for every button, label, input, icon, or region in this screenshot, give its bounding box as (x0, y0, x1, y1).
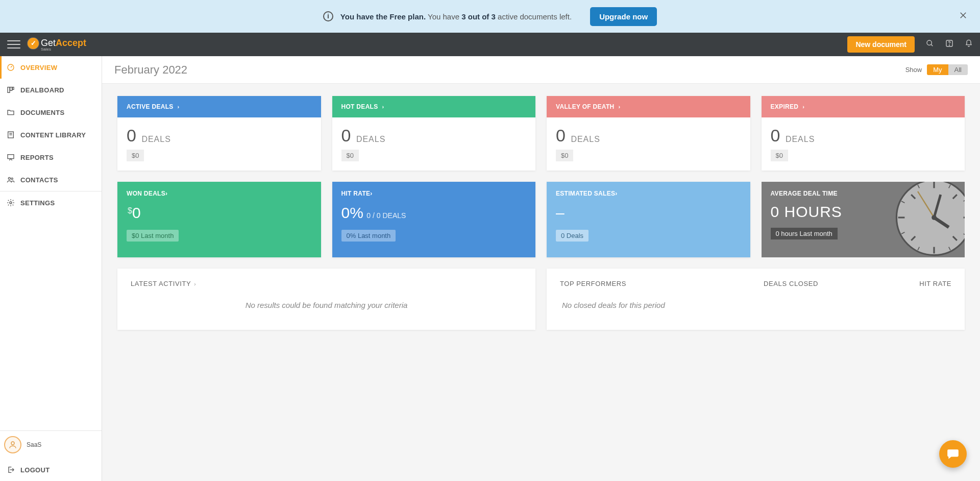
svg-point-5 (949, 45, 949, 45)
logo[interactable]: ✓ GetAccept Sales (28, 38, 86, 52)
chat-fab[interactable] (939, 440, 967, 468)
card-count: 0 (341, 126, 351, 145)
main-content: February 2022 Show My All ACTIVE DEALS ›… (102, 56, 980, 481)
chevron-right-icon: › (370, 190, 372, 197)
svg-rect-8 (10, 87, 12, 91)
chevron-right-icon: › (615, 190, 617, 197)
svg-rect-13 (8, 155, 14, 159)
card-title: ACTIVE DEALS (127, 103, 174, 110)
card-header: HIT RATE› (341, 190, 527, 197)
svg-line-3 (931, 44, 933, 46)
card-count: 0 (556, 126, 566, 145)
est-badge: 0 Deals (556, 230, 589, 242)
sidebar-item-label: SETTINGS (20, 199, 55, 207)
col-deals-closed: DEALS CLOSED (732, 280, 849, 287)
toggle-my-button[interactable]: My (927, 64, 948, 75)
sidebar-item-content-library[interactable]: CONTENT LIBRARY (0, 124, 102, 146)
topbar: ✓ GetAccept Sales New document (0, 33, 980, 56)
card-header[interactable]: ACTIVE DEALS › (117, 96, 321, 117)
main-header: February 2022 Show My All (102, 56, 980, 84)
toggle-all-button[interactable]: All (948, 64, 968, 75)
card-header[interactable]: VALLEY OF DEATH › (547, 96, 750, 117)
search-icon[interactable] (926, 39, 934, 50)
latest-activity-header[interactable]: LATEST ACTIVITY› (131, 280, 522, 287)
svg-rect-9 (12, 87, 14, 90)
logo-check-icon: ✓ (28, 38, 39, 49)
card-header: ESTIMATED SALES› (556, 190, 741, 197)
people-icon (6, 176, 15, 184)
library-icon (6, 131, 15, 139)
card-unit: DEALS (356, 135, 385, 143)
user-block[interactable]: SaaS (0, 431, 102, 459)
hit-value: 0% (341, 204, 363, 221)
avg-badge: 0 hours Last month (771, 228, 838, 239)
sidebar-item-label: LOGOUT (20, 466, 50, 474)
new-document-button[interactable]: New document (847, 36, 915, 53)
card-amount: $0 (771, 150, 788, 161)
banner-text: You have the Free plan. You have 3 out o… (340, 12, 572, 21)
board-icon (6, 86, 15, 94)
card-hit-rate[interactable]: HIT RATE› 0% 0 / 0 DEALS 0% Last month (332, 182, 536, 257)
card-title: EXPIRED (771, 103, 799, 110)
gauge-icon (6, 63, 15, 71)
sidebar-item-label: OVERVIEW (20, 64, 57, 71)
panel-top-performers: TOP PERFORMERS DEALS CLOSED HIT RATE No … (547, 269, 965, 330)
svg-point-19 (11, 442, 14, 445)
metric-card[interactable]: EXPIRED › 0 DEALS $0 (762, 96, 965, 171)
svg-point-2 (927, 40, 932, 45)
card-unit: DEALS (786, 135, 815, 143)
banner-count: 3 out of 3 (461, 12, 496, 21)
banner-bold-prefix: You have the Free plan. (340, 12, 426, 21)
card-count: 0 (771, 126, 780, 145)
card-header: WON DEALS› (127, 190, 312, 197)
metric-card[interactable]: HOT DEALS › 0 DEALS $0 (332, 96, 536, 171)
user-name: SaaS (27, 441, 41, 448)
plan-banner: i You have the Free plan. You have 3 out… (0, 0, 980, 33)
sidebar-item-documents[interactable]: DOCUMENTS (0, 101, 102, 124)
svg-point-20 (896, 182, 965, 255)
card-won-deals[interactable]: WON DEALS› $0 $0 Last month (117, 182, 321, 257)
card-title: HOT DEALS (341, 103, 378, 110)
sidebar-item-reports[interactable]: REPORTS (0, 146, 102, 169)
sidebar-item-dealboard[interactable]: DEALBOARD (0, 79, 102, 101)
svg-point-16 (8, 177, 10, 179)
svg-point-41 (932, 215, 937, 220)
chevron-right-icon: › (619, 104, 621, 110)
sidebar-item-label: DOCUMENTS (20, 109, 64, 116)
sidebar-item-label: DEALBOARD (20, 86, 64, 94)
metric-card[interactable]: ACTIVE DEALS › 0 DEALS $0 (117, 96, 321, 171)
clock-icon (893, 182, 965, 257)
chevron-right-icon: › (802, 104, 804, 110)
card-unit: DEALS (141, 135, 170, 143)
latest-activity-empty: No results could be found matching your … (131, 301, 522, 309)
upgrade-button[interactable]: Upgrade now (590, 7, 657, 26)
close-banner-icon[interactable] (959, 11, 968, 22)
chevron-right-icon: › (165, 190, 167, 197)
sidebar-item-settings[interactable]: SETTINGS (0, 191, 102, 214)
chevron-right-icon: › (382, 104, 384, 110)
show-label: Show (905, 66, 922, 74)
card-header[interactable]: EXPIRED › (762, 96, 965, 117)
won-value: 0 (132, 204, 141, 221)
menu-toggle-icon[interactable] (7, 38, 20, 51)
bell-icon[interactable] (965, 39, 973, 50)
card-estimated-sales[interactable]: ESTIMATED SALES› – 0 Deals (547, 182, 750, 257)
hit-badge: 0% Last month (341, 230, 396, 242)
metric-card[interactable]: VALLEY OF DEATH › 0 DEALS $0 (547, 96, 750, 171)
card-amount: $0 (127, 150, 144, 161)
card-unit: DEALS (571, 135, 600, 143)
card-amount: $0 (341, 150, 359, 161)
sidebar-item-overview[interactable]: OVERVIEW (0, 56, 102, 79)
avatar-icon (4, 436, 21, 453)
top-performers-empty: No closed deals for this period (562, 301, 951, 309)
sidebar: OVERVIEW DEALBOARD DOCUMENTS CONTENT LIB… (0, 56, 102, 481)
hit-sub: 0 / 0 DEALS (366, 211, 406, 220)
est-value: – (556, 204, 565, 221)
chevron-right-icon: › (194, 281, 196, 287)
sidebar-item-contacts[interactable]: CONTACTS (0, 169, 102, 191)
banner-mid: You have (426, 12, 461, 21)
gear-icon (6, 199, 15, 207)
sidebar-item-logout[interactable]: LOGOUT (0, 459, 102, 481)
help-icon[interactable] (945, 39, 953, 50)
card-header[interactable]: HOT DEALS › (332, 96, 536, 117)
